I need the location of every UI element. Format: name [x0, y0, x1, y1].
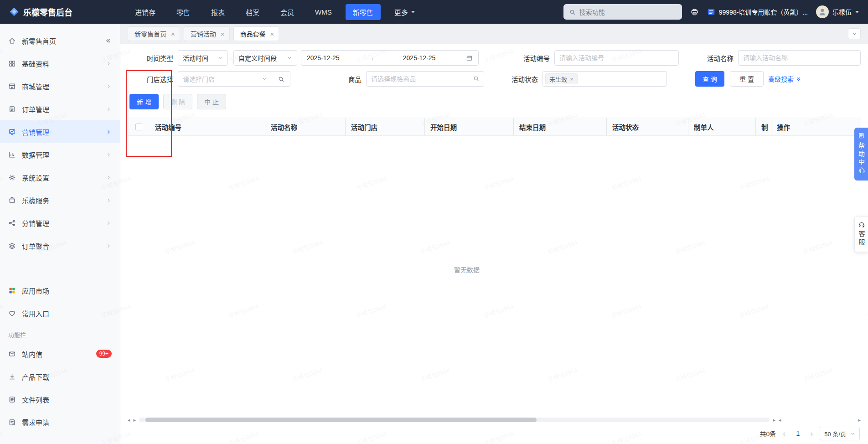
scroll-right-icon[interactable]: ▸	[858, 418, 861, 423]
sidebar-item-label: 分销管理	[22, 218, 49, 228]
reset-button[interactable]: 重 置	[730, 71, 764, 87]
product-input-wrap	[366, 71, 484, 87]
scrollbar-thumb[interactable]	[145, 418, 537, 422]
close-icon[interactable]: ×	[171, 31, 175, 37]
col-activity-name: 活动名称	[265, 118, 345, 135]
collapse-sidebar-icon[interactable]	[105, 37, 112, 44]
app-title: 乐檬零售后台	[23, 6, 72, 18]
heart-icon	[8, 310, 16, 317]
sidebar-item-product-download[interactable]: 产品下载	[0, 365, 120, 388]
nav-item-inventory[interactable]: 进销存	[128, 4, 163, 20]
double-chevron-down-icon	[796, 76, 801, 82]
store-select[interactable]: 请选择门店	[178, 71, 272, 87]
nav-item-more[interactable]: 更多	[387, 4, 422, 20]
global-search-input[interactable]: 搜索功能	[563, 4, 682, 20]
nav-right: 搜索功能 99998-培训专用账套（黄凯）... 乐檬伍	[563, 4, 859, 20]
customer-service-label: 客服	[858, 231, 865, 247]
store-search-button[interactable]	[272, 71, 290, 87]
sidebar-item-label: 乐檬服务	[22, 196, 49, 205]
avatar	[816, 5, 829, 18]
help-center-tab[interactable]: 帮助中心	[854, 128, 868, 181]
sidebar-item-label: 数据管理	[22, 150, 49, 160]
next-page-icon[interactable]: ›	[810, 429, 813, 438]
nav-item-wms[interactable]: WMS	[308, 5, 339, 19]
empty-state-text: 暂无数据	[120, 265, 813, 274]
chevron-down-icon	[411, 11, 415, 13]
apps-icon	[8, 287, 16, 294]
sidebar-item-label: 订单聚合	[22, 241, 49, 251]
tab-product-bundle[interactable]: 商品套餐 ×	[233, 26, 279, 41]
end-date-value[interactable]: 2025-12-25	[403, 54, 436, 62]
tab-list-dropdown[interactable]	[848, 28, 861, 39]
sidebar-item-mall-management[interactable]: 商城管理	[0, 75, 120, 98]
chevron-right-icon	[106, 243, 112, 249]
date-range-picker[interactable]: 2025-12-25 → 2025-12-25	[301, 50, 479, 66]
sidebar-item-distribution-management[interactable]: 分销管理	[0, 212, 120, 234]
scroll-left-icon[interactable]: ◂	[128, 418, 130, 423]
search-icon[interactable]	[473, 75, 480, 82]
order-icon	[8, 105, 16, 113]
close-icon[interactable]: ×	[270, 31, 274, 37]
sidebar-item-new-retail-home[interactable]: 新零售首页	[0, 29, 120, 52]
nav-item-reports[interactable]: 报表	[204, 4, 232, 20]
start-date-value[interactable]: 2025-12-25	[307, 54, 340, 62]
product-input[interactable]	[366, 71, 484, 87]
sidebar-item-system-settings[interactable]: 系统设置	[0, 166, 120, 189]
tab-marketing-activity[interactable]: 营销活动 ×	[184, 26, 230, 41]
briefcase-icon	[8, 196, 16, 204]
home-icon	[8, 37, 16, 45]
user-menu[interactable]: 乐檬伍	[816, 5, 859, 18]
nav-item-retail[interactable]: 零售	[169, 4, 197, 20]
page-size-select[interactable]: 50 条/页	[820, 427, 860, 440]
user-name: 乐檬伍	[832, 7, 852, 16]
sidebar-item-app-market[interactable]: 应用市场	[0, 279, 120, 302]
pagination-bar: 共0条 ‹ 1 › 50 条/页	[120, 423, 868, 444]
sidebar-item-requirement-request[interactable]: 需求申请	[0, 411, 120, 434]
sidebar-item-file-list[interactable]: 文件列表	[0, 388, 120, 411]
sidebar-item-marketing-management[interactable]: 营销管理	[0, 120, 120, 143]
activity-status-select[interactable]: 未生效 ×	[542, 71, 667, 87]
sidebar-item-data-management[interactable]: 数据管理	[0, 143, 120, 166]
scroll-right-icon[interactable]: ▸	[773, 418, 775, 423]
sidebar-item-order-aggregation[interactable]: 订单聚合	[0, 234, 120, 257]
activity-no-input[interactable]	[554, 50, 679, 66]
current-page[interactable]: 1	[792, 430, 803, 437]
close-icon[interactable]: ×	[221, 31, 225, 37]
print-icon[interactable]	[690, 8, 699, 16]
add-button[interactable]: 新 增	[129, 94, 159, 109]
query-button[interactable]: 查 询	[695, 71, 724, 87]
scroll-left-icon[interactable]: ◂	[779, 418, 781, 423]
prev-page-icon[interactable]: ‹	[783, 429, 785, 438]
fixed-column-scrollbar: ◂ ▸	[779, 418, 861, 423]
close-icon[interactable]: ×	[570, 76, 574, 83]
stop-button[interactable]: 中 止	[197, 94, 226, 109]
tab-label: 新零售首页	[134, 29, 166, 38]
delete-button[interactable]: 删 除	[163, 94, 192, 109]
account-switcher[interactable]: 99998-培训专用账套（黄凯）...	[707, 7, 808, 16]
chevron-right-icon	[106, 152, 112, 158]
activity-name-input[interactable]	[738, 50, 861, 66]
nav-item-new-retail[interactable]: 新零售	[346, 4, 381, 20]
sidebar-item-inbox[interactable]: 站内信 99+	[0, 342, 120, 365]
advanced-search-link[interactable]: 高级搜索	[768, 74, 801, 83]
sidebar-spacer	[0, 257, 120, 279]
period-select[interactable]: 自定义时间段	[233, 50, 297, 66]
sidebar-item-common-entry[interactable]: 常用入口	[0, 302, 120, 325]
scroll-right-icon[interactable]: ▸	[134, 418, 136, 423]
gear-icon	[8, 174, 16, 181]
customer-service-tab[interactable]: 客服	[854, 216, 868, 252]
nav-item-more-label: 更多	[394, 7, 408, 17]
sidebar-item-lemon-services[interactable]: 乐檬服务	[0, 189, 120, 212]
sidebar-item-basic-data[interactable]: 基础资料	[0, 52, 120, 75]
nav-item-archives[interactable]: 档案	[238, 4, 267, 20]
horizontal-scrollbar: ◂ ▸ ▸ ◂ ▸	[128, 417, 861, 423]
tab-bar: 新零售首页 × 营销活动 × 商品套餐 ×	[120, 24, 868, 44]
scrollbar-track[interactable]	[139, 418, 770, 422]
sidebar-item-order-management[interactable]: 订单管理	[0, 98, 120, 120]
nav-item-members[interactable]: 会员	[273, 4, 301, 20]
chevron-down-icon	[287, 55, 292, 61]
time-type-select[interactable]: 活动时间	[178, 50, 228, 66]
select-all-checkbox[interactable]	[135, 124, 142, 130]
sidebar-item-label: 营销管理	[22, 127, 49, 137]
tab-new-retail-home[interactable]: 新零售首页 ×	[128, 26, 180, 41]
